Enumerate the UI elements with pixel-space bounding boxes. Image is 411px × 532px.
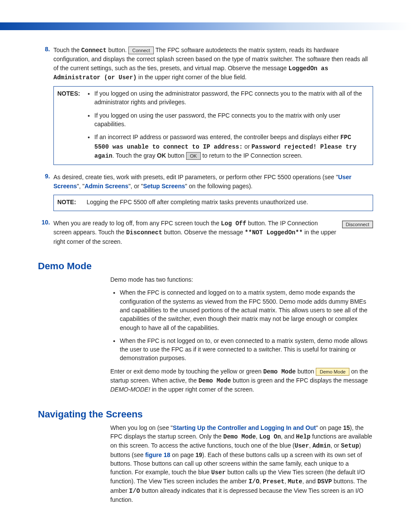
step-body: Disconnect When you are ready to log off… [53, 219, 373, 246]
text: to return to the IP Connection screen. [201, 152, 302, 159]
demo-bullet: When the FPC is connected and logged on … [120, 288, 373, 332]
note-label: NOTE: [57, 198, 87, 206]
step-9: 9. As desired, create ties, work with pr… [38, 173, 373, 211]
link-figure-18[interactable]: figure 18 [145, 451, 170, 458]
text: in the upper right corner of the screen. [150, 386, 254, 393]
text: Enter or exit demo mode by touching the … [110, 368, 263, 375]
text: If an incorrect IP address or password w… [94, 134, 340, 140]
page-footer: Extron FPC 5500 • Matrix System Operatio… [0, 521, 411, 532]
note-item: If you logged on using the user password… [94, 111, 369, 129]
text: , [256, 433, 259, 440]
text: on page [170, 451, 195, 458]
text: button is green and the FPC displays the… [231, 377, 368, 384]
note-box: NOTE: Logging the FPC 5500 off after com… [53, 195, 373, 211]
step-number: 10. [38, 219, 53, 246]
text: , [284, 478, 288, 485]
notes-content: If you logged on using the administrator… [87, 89, 369, 160]
link-setup-screens[interactable]: Setup Screens [143, 183, 185, 190]
note-text: Logging the FPC 5500 off after completin… [87, 198, 369, 206]
disconnect-keyword: Disconnect [126, 229, 162, 236]
kw-setup: Setup [341, 442, 359, 449]
text: , [309, 442, 312, 449]
demo-paragraph: Enter or exit demo mode by touching the … [110, 367, 373, 394]
step-number: 9. [38, 173, 53, 211]
text: Touch the [53, 47, 81, 53]
notes-box: NOTES: If you logged on using the admini… [53, 86, 373, 165]
heading-demo-mode: Demo Mode [38, 261, 373, 272]
kw-io: I/O [249, 478, 259, 485]
text: " on page [316, 424, 343, 431]
kw-dsvp: DSVP [318, 478, 332, 485]
kw-admin: Admin [312, 442, 330, 449]
text: When you are ready to log off, from any … [53, 220, 221, 227]
disconnect-button-graphic: Disconnect [342, 221, 373, 228]
note-item: If you logged on using the administrator… [94, 89, 369, 107]
text: " on the following pages). [185, 183, 252, 190]
logoff-keyword: Log Off [221, 220, 246, 227]
kw-io2: I/O [129, 488, 140, 495]
text: When you log on (see " [110, 424, 173, 431]
step-body: As desired, create ties, work with prese… [53, 173, 373, 211]
kw-help: Help [296, 433, 311, 440]
kw-demomode: Demo Mode [223, 433, 256, 440]
header-accent-bar [0, 22, 411, 30]
step-8: 8. Touch the Connect button. Connect The… [38, 46, 373, 165]
connect-button-graphic: Connect [128, 47, 154, 54]
text: , [259, 478, 263, 485]
demo-bullet: When the FPC is not logged on to, or eve… [120, 336, 373, 363]
ok-word: OK [157, 152, 166, 159]
notes-label: NOTES: [57, 89, 87, 160]
kw-user2: User [211, 469, 226, 476]
kw-preset: Preset [263, 478, 284, 485]
kw-mute: Mute [288, 478, 302, 485]
text: . Touch the gray [112, 152, 157, 159]
text: , and [302, 478, 318, 485]
connect-keyword: Connect [81, 47, 107, 54]
step-body: Touch the Connect button. Connect The FP… [53, 46, 373, 165]
navigating-body: When you log on (see "Starting Up the Co… [110, 423, 373, 504]
text: , or [330, 442, 341, 449]
demomode-keyword: Demo Mode [199, 377, 231, 384]
ok-button-graphic: OK [186, 152, 201, 160]
page-content: 8. Touch the Connect button. Connect The… [0, 46, 411, 521]
link-admin-screens[interactable]: Admin Screens [84, 183, 128, 190]
page-ref: 19 [196, 451, 202, 458]
text: , and [281, 433, 296, 440]
text: button already indicates that it is depr… [110, 487, 364, 503]
demo-mode-button-graphic: Demo Mode [316, 368, 349, 376]
demo-intro: Demo mode has two functions: [110, 275, 373, 284]
text: in the upper right corner of the blue fi… [137, 74, 246, 81]
text: button. [106, 47, 128, 53]
text: ", " [77, 183, 84, 190]
page-ref: 15 [343, 424, 350, 431]
text: As desired, create ties, work with prese… [53, 174, 338, 180]
text: or [243, 143, 251, 150]
text: button. Observe the message [162, 229, 245, 236]
text: button [166, 152, 186, 159]
step-number: 8. [38, 46, 53, 165]
kw-user: User [295, 442, 309, 449]
demo-mode-msg: DEMO-MODE! [110, 386, 150, 393]
text: ", or " [128, 183, 143, 190]
step-10: 10. Disconnect When you are ready to log… [38, 219, 373, 246]
demo-mode-body: Demo mode has two functions: When the FP… [110, 275, 373, 394]
link-starting-up[interactable]: Starting Up the Controller and Logging I… [173, 424, 316, 431]
note-item: If an incorrect IP address or password w… [94, 133, 369, 160]
heading-navigating: Navigating the Screens [38, 409, 373, 420]
demomode-keyword: Demo Mode [263, 368, 296, 375]
kw-logon: Log On [259, 433, 281, 440]
text: button [296, 368, 316, 375]
notloggedon-msg: **NOT LoggedOn** [245, 229, 302, 236]
